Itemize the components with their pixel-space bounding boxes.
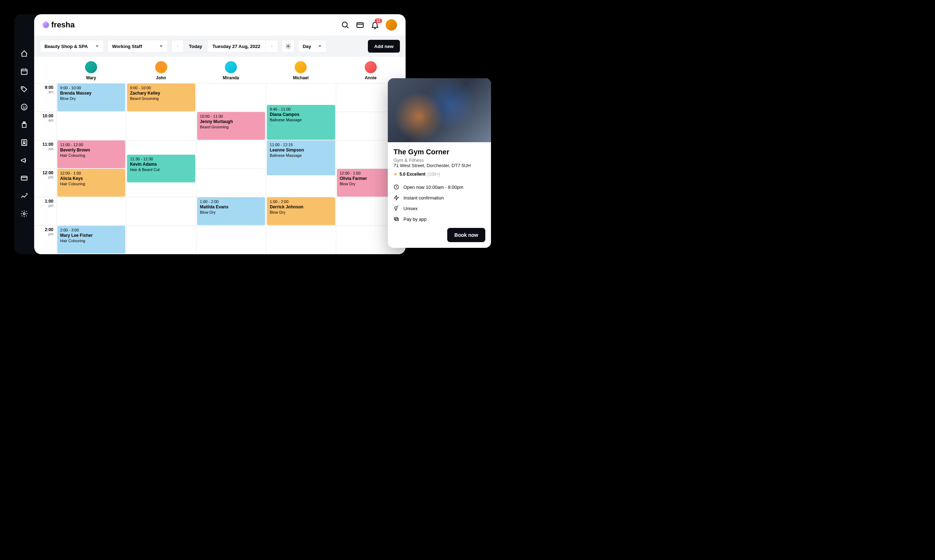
staff-avatar [85,61,97,73]
time-column: 9:00am10:00am11:00am12:00pm1:00pm2:00pm [34,83,56,254]
megaphone-icon[interactable] [20,157,28,164]
feature-hours: Open now 10:00am - 8:00pm [393,182,485,192]
appointment[interactable]: 9:00 - 10:00Brenda MasseyBlow Dry [57,83,125,111]
time-label: 2:00pm [34,226,56,254]
appointment-service: Blow Dry [60,96,122,101]
card-icon[interactable] [20,174,28,182]
staff-filter-label: Working Staff [112,44,142,49]
appointment-client: Alicia Keys [60,176,122,181]
appointment-service: Balinese Massage [270,118,332,122]
appointment[interactable]: 11:00 - 12:15Leanne SimpsonBalinese Mass… [267,140,335,175]
staff-header[interactable]: Michael [266,61,335,80]
svg-point-4 [22,88,23,88]
staff-name: Michael [293,75,309,80]
feature-gender: Unisex [393,203,485,214]
appointment[interactable]: 1:00 - 2:00Matilda EvansBlow Dry [197,197,265,225]
staff-name: Miranda [223,75,239,80]
staff-name: Mary [86,75,96,80]
appointment-time: 1:00 - 2:00 [200,200,262,204]
time-label: 1:00pm [34,197,56,226]
appointment-service: Hair & Beard Cut [130,168,192,172]
appointment-client: Leanne Simpson [270,148,332,152]
chevron-down-icon [159,44,163,49]
top-actions: 12 [341,19,397,31]
book-now-button[interactable]: Book now [447,228,485,242]
svg-rect-10 [22,176,28,180]
appointment-service: Beard Grooming [130,96,192,101]
appointment[interactable]: 11:00 - 12:00Beverly BrownHair Colouring [57,140,125,168]
appointment[interactable]: 9:00 - 10:00Zachary KelleyBeard Grooming [127,83,195,111]
appointment-client: Zachary Kelley [130,91,192,95]
smile-icon[interactable] [20,103,28,111]
svg-point-6 [23,106,23,107]
calendar-icon[interactable] [20,68,28,75]
bell-icon[interactable]: 12 [371,21,379,29]
appointment[interactable]: 2:00 - 3:00Mary Lee FisherHair Colouring [57,226,125,254]
location-select[interactable]: Beauty Shop & SPA [40,40,104,52]
appointment[interactable]: 1:00 - 2:00Derrick JohnsonBlow Dry [267,197,335,225]
tag-icon[interactable] [20,85,28,93]
svg-marker-19 [394,195,398,200]
appointment[interactable]: 9:45 - 11:00Diana CamposBalinese Massage [267,105,335,140]
notification-badge: 12 [375,18,382,23]
staff-header[interactable]: Mary [56,61,126,80]
settings-icon[interactable] [20,210,28,218]
svg-point-9 [23,141,25,143]
staff-name: Annie [365,75,376,80]
settings-button[interactable] [282,40,295,52]
contact-icon[interactable] [20,138,28,146]
analytics-icon[interactable] [20,192,28,200]
add-new-button[interactable]: Add new [368,40,400,52]
appointment[interactable]: 12:00 - 1:00Alicia KeysHair Colouring [57,169,125,197]
appointment-client: Jenny Murtaugh [200,119,262,124]
staff-filter-select[interactable]: Working Staff [108,40,168,52]
appointment-service: Beard Grooming [200,125,262,129]
calendar-column-michael[interactable]: 9:45 - 11:00Diana CamposBalinese Massage… [266,83,335,254]
calendar-column-miranda[interactable]: 10:00 - 11:00Jenny MurtaughBeard Groomin… [196,83,266,254]
svg-rect-15 [357,23,363,28]
venue-title: The Gym Corner [393,148,485,156]
home-icon[interactable] [20,50,28,58]
appointment-service: Hair Colouring [60,238,122,243]
main-content: fresha 12 Beauty Shop & SPA Working Staf… [34,14,406,254]
appointment-time: 12:00 - 1:00 [60,171,122,175]
bolt-icon [393,195,399,200]
svg-rect-0 [22,69,28,75]
brand-text: fresha [51,20,75,29]
staff-header[interactable]: John [126,61,196,80]
feature-confirm: Instant confirmation [393,192,485,203]
staff-header[interactable]: Miranda [196,61,266,80]
svg-line-21 [397,206,398,207]
venue-card: The Gym Corner Gym & Fitness 71 West Str… [388,78,491,248]
user-avatar[interactable] [386,19,397,31]
rating-count: (100+) [427,172,440,177]
today-button[interactable]: Today [184,40,207,52]
product-icon[interactable] [20,121,28,129]
time-label: 12:00pm [34,169,56,197]
next-day-button[interactable] [266,40,278,52]
appointment[interactable]: 10:00 - 11:00Jenny MurtaughBeard Groomin… [197,112,265,140]
appointment[interactable]: 11:30 - 12:30Kevin AdamsHair & Beard Cut [127,155,195,182]
appointment-time: 11:00 - 12:15 [270,143,332,147]
current-date[interactable]: Tuesday 27 Aug, 2022 [207,40,265,52]
appointment-client: Kevin Adams [130,162,192,167]
staff-header[interactable]: Annie [336,61,406,80]
staff-header-row: MaryJohnMirandaMichaelAnnie [34,57,406,83]
appointment-service: Hair Colouring [60,153,122,157]
staff-avatar [365,61,377,73]
calendar-column-john[interactable]: 9:00 - 10:00Zachary KelleyBeard Grooming… [126,83,196,254]
wallet-icon[interactable] [356,21,364,29]
view-select[interactable]: Day [298,40,327,52]
app-shell: fresha 12 Beauty Shop & SPA Working Staf… [14,14,406,254]
prev-day-button[interactable] [172,40,184,52]
rating-value: 5.0 Excellent [400,172,426,177]
calendar-grid: 9:00am10:00am11:00am12:00pm1:00pm2:00pm … [34,83,406,254]
appointment-client: Brenda Massey [60,91,122,95]
chevron-down-icon [318,44,322,49]
staff-name: John [156,75,166,80]
search-icon[interactable] [341,21,349,29]
appointment-time: 2:00 - 3:00 [60,228,122,232]
staff-avatar [295,61,307,73]
brand-logo[interactable]: fresha [43,20,75,29]
calendar-column-mary[interactable]: 9:00 - 10:00Brenda MasseyBlow Dry11:00 -… [56,83,126,254]
